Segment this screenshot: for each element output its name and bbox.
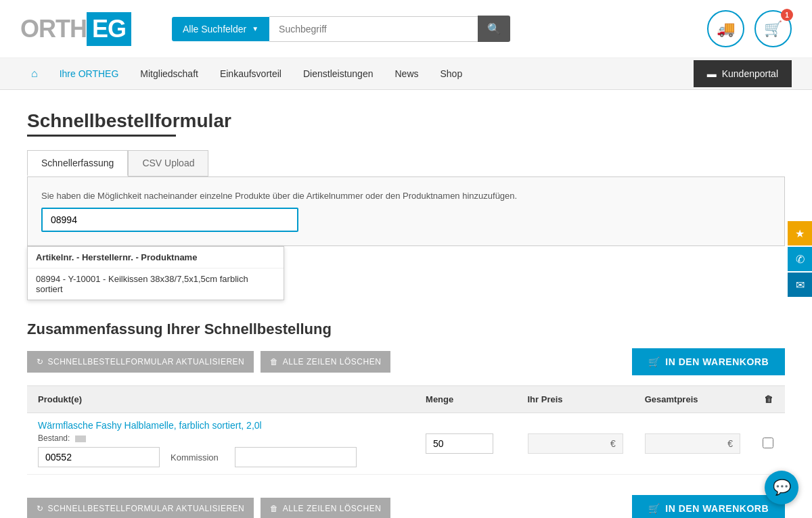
- cart-icon-bottom: 🛒: [648, 503, 660, 514]
- main-content: Schnellbestellformular Schnellerfassung …: [0, 90, 812, 518]
- update-form-button[interactable]: ↻ SCHNELLBESTELLFORMULAR AKTUALISIEREN: [27, 351, 254, 373]
- row-delete-checkbox[interactable]: [763, 438, 773, 448]
- article-number-input[interactable]: [38, 447, 160, 467]
- delete-all-button[interactable]: 🗑 ALLE ZEILEN LÖSCHEN: [261, 351, 390, 373]
- price-display: €: [528, 433, 623, 454]
- bestand-label: Bestand:: [38, 433, 70, 443]
- side-email-button[interactable]: ✉: [788, 273, 812, 297]
- delete-all-label-bottom: ALLE ZEILEN LÖSCHEN: [283, 504, 382, 513]
- nav-home[interactable]: ⌂: [20, 58, 49, 89]
- summary-section: Zusammenfassung Ihrer Schnellbestellung …: [27, 321, 785, 518]
- order-table: Produkt(e) Menge Ihr Preis Gesamtpreis 🗑…: [27, 385, 785, 475]
- autocomplete-header: Artikelnr. - Herstellernr. - Produktname: [28, 247, 284, 268]
- search-description: Sie haben die Möglichkeit nacheinander e…: [41, 191, 771, 201]
- col-gesamtpreis: Gesamtpreis: [634, 386, 751, 413]
- update-form-button-bottom[interactable]: ↻ SCHNELLBESTELLFORMULAR AKTUALISIEREN: [27, 498, 254, 518]
- nav-item-shop[interactable]: Shop: [430, 59, 474, 89]
- search-icon: 🔍: [487, 23, 501, 34]
- add-to-cart-button-top[interactable]: 🛒 IN DEN WARENKORB: [632, 348, 785, 375]
- delete-all-button-bottom[interactable]: 🗑 ALLE ZEILEN LÖSCHEN: [261, 498, 390, 518]
- star-icon: ★: [795, 227, 805, 240]
- col-menge: Menge: [415, 386, 516, 413]
- delete-all-label: ALLE ZEILEN LÖSCHEN: [283, 357, 382, 367]
- trash-icon-bottom: 🗑: [270, 504, 279, 513]
- total-price-display: €: [645, 433, 740, 454]
- kommission-label: Kommission: [171, 452, 219, 463]
- delete-col-icon: 🗑: [764, 394, 773, 404]
- chat-icon: 💬: [773, 479, 791, 496]
- col-delete: 🗑: [751, 386, 785, 413]
- article-search-input[interactable]: [41, 208, 298, 232]
- cart-badge: 1: [781, 9, 793, 21]
- shipping-icon-button[interactable]: 🚚: [707, 10, 744, 47]
- add-to-cart-button-bottom[interactable]: 🛒 IN DEN WARENKORB: [632, 495, 785, 518]
- header: ORTH EG Alle Suchfelder ▼ 🔍 🚚 🛒 1: [0, 0, 812, 58]
- trash-icon: 🗑: [270, 357, 279, 367]
- chat-button[interactable]: 💬: [765, 471, 798, 504]
- col-preis: Ihr Preis: [517, 386, 634, 413]
- main-search-input[interactable]: [269, 16, 478, 42]
- refresh-icon: ↻: [37, 357, 44, 367]
- tabs: Schnellerfassung CSV Upload: [27, 150, 785, 176]
- product-cell: Wärmflasche Fashy Halblamelle, farblich …: [27, 413, 415, 475]
- table-header-row: Produkt(e) Menge Ihr Preis Gesamtpreis 🗑: [27, 386, 785, 413]
- kommission-input[interactable]: [235, 447, 357, 467]
- kundenportal-icon: ▬: [707, 68, 717, 79]
- logo-orth-text: ORTH: [20, 15, 87, 43]
- search-dropdown-label: Alle Suchfelder: [183, 24, 246, 34]
- product-row-inputs: Kommission: [38, 447, 404, 467]
- row-checkbox-cell: [751, 413, 785, 475]
- nav-item-mitgliedschaft[interactable]: Mitgliedschaft: [129, 59, 209, 89]
- quantity-input[interactable]: [426, 433, 493, 454]
- nav-item-einkaufsvorteil[interactable]: Einkaufsvorteil: [209, 59, 292, 89]
- navigation: ⌂ Ihre ORTHEG Mitgliedschaft Einkaufsvor…: [0, 58, 812, 90]
- quantity-cell: [415, 413, 516, 475]
- nav-item-news[interactable]: News: [384, 59, 429, 89]
- side-star-button[interactable]: ★: [788, 221, 812, 245]
- tab-csv-upload[interactable]: CSV Upload: [128, 150, 208, 176]
- search-button[interactable]: 🔍: [478, 16, 510, 42]
- tab-schnellerfassung[interactable]: Schnellerfassung: [27, 150, 128, 176]
- search-dropdown[interactable]: Alle Suchfelder ▼: [172, 17, 269, 41]
- kundenportal-label: Kundenportal: [722, 68, 778, 79]
- top-action-bar: ↻ SCHNELLBESTELLFORMULAR AKTUALISIEREN 🗑…: [27, 348, 785, 375]
- side-phone-button[interactable]: ✆: [788, 247, 812, 271]
- header-icons: 🚚 🛒 1: [707, 10, 792, 47]
- chevron-down-icon: ▼: [252, 25, 258, 32]
- kundenportal-button[interactable]: ▬ Kundenportal: [694, 60, 792, 87]
- logo[interactable]: ORTH EG: [20, 12, 131, 46]
- update-form-label: SCHNELLBESTELLFORMULAR AKTUALISIEREN: [48, 357, 245, 367]
- product-bestand: Bestand:: [38, 433, 404, 443]
- summary-title: Zusammenfassung Ihrer Schnellbestellung: [27, 321, 785, 338]
- side-actions: ★ ✆ ✉: [788, 221, 812, 297]
- refresh-icon-bottom: ↻: [37, 504, 44, 513]
- title-underline: [27, 135, 176, 137]
- bestand-indicator: [75, 435, 86, 442]
- cart-icon: 🛒: [764, 20, 782, 38]
- total-price-cell: €: [634, 413, 751, 475]
- cart-icon-top: 🛒: [648, 356, 660, 367]
- search-area: Alle Suchfelder ▼ 🔍: [172, 16, 510, 42]
- page-title: Schnellbestellformular: [27, 110, 785, 132]
- envelope-icon: ✉: [796, 279, 805, 291]
- col-product: Produkt(e): [27, 386, 415, 413]
- search-box-area: Sie haben die Möglichkeit nacheinander e…: [27, 176, 785, 246]
- product-link[interactable]: Wärmflasche Fashy Halblamelle, farblich …: [38, 420, 262, 431]
- cart-button-label-bottom: IN DEN WARENKORB: [665, 503, 769, 514]
- euro-sign-total: €: [727, 438, 733, 449]
- update-form-label-bottom: SCHNELLBESTELLFORMULAR AKTUALISIEREN: [48, 504, 245, 513]
- autocomplete-dropdown: Artikelnr. - Herstellernr. - Produktname…: [27, 246, 284, 300]
- price-cell: €: [517, 413, 634, 475]
- logo-eg-text: EG: [87, 12, 131, 46]
- autocomplete-item[interactable]: 08994 - Y-10001 - Keilkissen 38x38/7,5x1…: [28, 268, 284, 300]
- cart-icon-button[interactable]: 🛒 1: [754, 10, 792, 47]
- nav-item-ihre-ortheg[interactable]: Ihre ORTHEG: [49, 59, 130, 89]
- phone-icon: ✆: [796, 253, 805, 266]
- table-row: Wärmflasche Fashy Halblamelle, farblich …: [27, 413, 785, 475]
- cart-button-label-top: IN DEN WARENKORB: [665, 356, 769, 367]
- euro-sign-price: €: [610, 438, 616, 449]
- bottom-action-bar: ↻ SCHNELLBESTELLFORMULAR AKTUALISIEREN 🗑…: [27, 488, 785, 518]
- truck-icon: 🚚: [717, 20, 735, 38]
- nav-item-dienstleistungen[interactable]: Dienstleistungen: [292, 59, 384, 89]
